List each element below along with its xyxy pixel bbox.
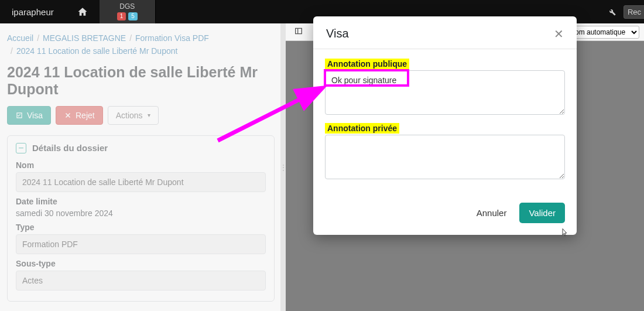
field-value-name: 2024 11 Location de salle Liberté Mr Dup… xyxy=(16,172,266,192)
private-annotation-label: Annotation privée xyxy=(325,123,399,134)
nav-tab-dgs[interactable]: DGS 1 5 xyxy=(100,0,156,23)
public-annotation-label: Annotation publique xyxy=(325,59,409,69)
private-annotation-textarea[interactable] xyxy=(325,135,565,179)
badge-blue: 5 xyxy=(128,12,138,20)
modal-title: Visa xyxy=(326,27,349,40)
breadcrumb-item[interactable]: MEGALIS BRETAGNE xyxy=(43,33,126,43)
breadcrumb-item[interactable]: 2024 11 Location de salle Liberté Mr Dup… xyxy=(16,46,178,56)
zoom-select[interactable]: om automatique xyxy=(568,26,639,39)
field-value-deadline: samedi 30 novembre 2024 xyxy=(16,209,266,218)
left-panel: Accueil/MEGALIS BRETAGNE/Formation Visa … xyxy=(0,23,280,311)
brand[interactable]: iparapheur xyxy=(0,0,66,23)
breadcrumb: Accueil/MEGALIS BRETAGNE/Formation Visa … xyxy=(7,32,275,58)
field-label-deadline: Date limite xyxy=(16,197,266,206)
chevron-down-icon: ▾ xyxy=(148,112,150,118)
check-icon xyxy=(15,111,23,119)
sidebar-toggle-icon[interactable] xyxy=(290,25,307,39)
validate-button[interactable]: Valider xyxy=(519,203,565,223)
details-card: Détails du dossier Nom 2024 11 Location … xyxy=(7,135,275,302)
public-annotation-group: Annotation publique xyxy=(325,59,565,115)
nav-truncated-button[interactable]: Rec xyxy=(624,5,644,19)
wrench-icon[interactable] xyxy=(600,0,624,23)
field-label-name: Nom xyxy=(16,160,266,170)
home-icon[interactable] xyxy=(66,0,100,23)
badge-red: 1 xyxy=(117,12,126,20)
actions-menu-button[interactable]: Actions ▾ xyxy=(108,106,159,125)
field-label-subtype: Sous-type xyxy=(16,259,266,268)
nav-tab-label: DGS xyxy=(119,3,135,11)
cancel-button[interactable]: Annuler xyxy=(470,203,514,223)
splitter-handle[interactable] xyxy=(280,23,286,311)
field-value-type: Formation PDF xyxy=(16,234,266,254)
field-value-subtype: Actes xyxy=(16,271,266,291)
breadcrumb-item[interactable]: Formation Visa PDF xyxy=(135,33,209,43)
visa-button[interactable]: Visa xyxy=(7,106,51,125)
visa-modal: Visa ✕ Annotation publique Annotation pr… xyxy=(313,16,577,235)
field-label-type: Type xyxy=(16,223,266,232)
x-icon xyxy=(64,111,72,119)
page-title: 2024 11 Location de salle Liberté Mr Dup… xyxy=(7,64,275,98)
close-icon[interactable]: ✕ xyxy=(554,28,564,40)
collapse-icon[interactable] xyxy=(16,143,26,153)
public-annotation-textarea[interactable] xyxy=(325,70,565,115)
card-title: Détails du dossier xyxy=(32,143,108,153)
breadcrumb-item[interactable]: Accueil xyxy=(7,33,33,43)
reject-button[interactable]: Rejet xyxy=(56,106,103,125)
action-row: Visa Rejet Actions ▾ xyxy=(7,106,275,125)
